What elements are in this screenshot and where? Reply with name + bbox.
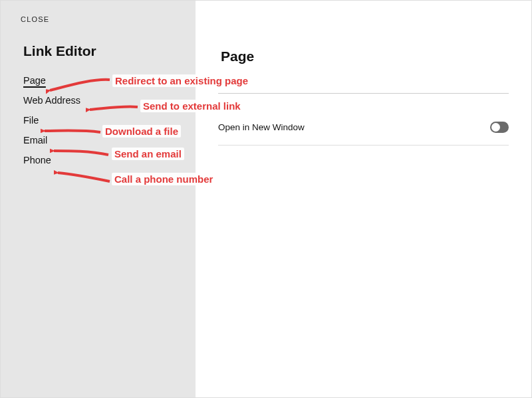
- nav-item-page[interactable]: Page: [23, 75, 46, 86]
- toggle-knob: [491, 123, 500, 132]
- open-new-window-toggle[interactable]: [490, 122, 509, 133]
- link-type-nav: Page Web Address File Email Phone: [1, 59, 196, 165]
- open-new-window-row: Open in New Window: [218, 122, 509, 146]
- sidebar-title: Link Editor: [1, 23, 196, 59]
- page-field-input-line[interactable]: [218, 86, 509, 94]
- page-field[interactable]: PAGE: [218, 79, 509, 94]
- nav-item-phone[interactable]: Phone: [23, 155, 51, 165]
- nav-item-web-address[interactable]: Web Address: [23, 95, 80, 106]
- link-editor-dialog: CLOSE Link Editor Page Web Address File …: [0, 0, 532, 398]
- close-button[interactable]: CLOSE: [1, 1, 49, 23]
- nav-item-email[interactable]: Email: [23, 135, 47, 146]
- main-panel-title: Page: [196, 1, 531, 64]
- open-new-window-label: Open in New Window: [218, 122, 305, 132]
- nav-item-file[interactable]: File: [23, 115, 39, 126]
- page-field-label: PAGE: [218, 79, 509, 85]
- main-panel: Page PAGE Open in New Window: [196, 1, 531, 397]
- sidebar: CLOSE Link Editor Page Web Address File …: [1, 1, 196, 397]
